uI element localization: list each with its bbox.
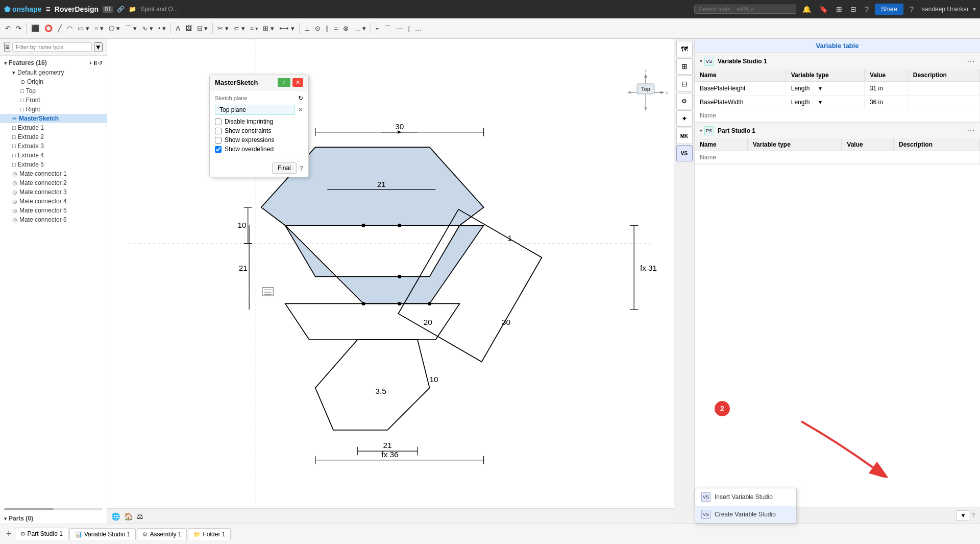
show-expressions-cb[interactable] (215, 137, 222, 144)
final-btn[interactable]: Final (272, 162, 297, 174)
circle-btn[interactable]: ⭕ (42, 23, 55, 34)
tree-item-default-geometry[interactable]: ▾ Default geometry (0, 68, 107, 77)
offset-btn[interactable]: ⊂ ▾ (232, 23, 247, 34)
notification-btn[interactable]: 🔔 (800, 4, 813, 14)
tree-item-extrude3[interactable]: □ Extrude 3 (0, 141, 107, 151)
disable-imprinting-cb[interactable] (215, 119, 222, 125)
canvas-area[interactable]: 30 21 10 21 20 30 21 (107, 39, 694, 524)
bookmark-btn[interactable]: 🔖 (817, 4, 830, 14)
tree-item-extrude4[interactable]: □ Extrude 4 (0, 151, 107, 160)
add-tab-btn[interactable]: + (4, 529, 14, 539)
arc2-btn[interactable]: ⌒ ▾ (123, 22, 139, 35)
3dgrid-btn[interactable]: ⊞ (676, 58, 693, 75)
plane-rotate-btn[interactable]: ↻ (298, 94, 303, 102)
arc-btn[interactable]: ◠ (65, 23, 75, 34)
trim-btn[interactable]: ✂ ▾ (215, 23, 231, 34)
mk-btn[interactable]: MK (676, 128, 693, 144)
redo-btn[interactable]: ↷ (14, 23, 23, 34)
insert-vs-dropdown-btn[interactable]: ▼ (957, 510, 969, 521)
tab-part-studio-1[interactable]: ⚙ Part Studio 1 (15, 528, 68, 540)
more-constraints-btn[interactable]: … ▾ (352, 23, 368, 34)
perp-btn[interactable]: ⌐ (374, 23, 382, 34)
insert-vs-help-btn[interactable]: ? (971, 512, 975, 519)
search-input[interactable] (694, 5, 796, 14)
help2-btn[interactable]: ? (908, 4, 916, 14)
show-constraints-row[interactable]: Show constraints (215, 127, 303, 134)
vs-btn[interactable]: VS (676, 145, 693, 161)
settings2-btn[interactable]: ⚙ (676, 93, 693, 109)
tab-variable-studio-1[interactable]: 📊 Variable Studio 1 (69, 528, 136, 540)
show-overdefined-cb[interactable] (215, 146, 222, 153)
dimension-btn[interactable]: ⟷ ▾ (277, 23, 297, 34)
row2-value[interactable]: 36 in (864, 96, 908, 109)
create-variable-studio-menuitem[interactable]: VS Create Variable Studio (695, 506, 796, 523)
pause-feature-btn[interactable]: ⏸ (92, 60, 98, 66)
table-row-new[interactable] (695, 109, 980, 122)
spline-btn[interactable]: ∿ ▾ (140, 23, 155, 34)
ps1-more-btn[interactable]: ⋯ (967, 126, 975, 135)
tree-item-matecon4[interactable]: ◎ Mate connector 4 (0, 197, 107, 206)
tang-btn[interactable]: ⌒ (382, 22, 393, 35)
tree-item-mastersketch[interactable]: ✏ MasterSketch (0, 114, 107, 123)
more-btn2[interactable]: … (413, 23, 424, 34)
rebuild-btn[interactable]: ↺ (98, 60, 103, 66)
new-name-input[interactable] (700, 112, 974, 119)
part-btn[interactable]: ⬛ (29, 23, 41, 34)
help-btn[interactable]: ? (863, 4, 871, 14)
row1-value[interactable]: 31 in (864, 82, 908, 96)
plane-close-x[interactable]: ✕ (298, 106, 303, 113)
row2-desc[interactable] (908, 96, 979, 109)
insert-variable-studio-menuitem[interactable]: VS Insert Variable Studio (695, 488, 796, 506)
tree-item-top[interactable]: □ Top (0, 86, 107, 96)
tree-item-matecon2[interactable]: ◎ Mate connector 2 (0, 178, 107, 187)
tree-item-extrude2[interactable]: □ Extrude 2 (0, 132, 107, 141)
tab-assembly-1[interactable]: ⚙ Assembly 1 (137, 528, 187, 540)
text-btn[interactable]: A (174, 23, 182, 34)
constraint-btn[interactable]: ⊥ (302, 23, 312, 34)
parallel-btn[interactable]: ∥ (324, 23, 331, 34)
circle2-btn[interactable]: ○ ▾ (92, 23, 106, 34)
dialog-ok-btn[interactable]: ✓ (278, 78, 290, 87)
tree-item-origin[interactable]: ⊙ Origin (0, 77, 107, 86)
show-expressions-row[interactable]: Show expressions (215, 136, 303, 144)
pattern-btn[interactable]: ⊞ ▾ (261, 23, 276, 34)
disable-imprinting-row[interactable]: Disable imprinting (215, 118, 303, 125)
tree-item-right[interactable]: □ Right (0, 105, 107, 114)
dialog-close-btn[interactable]: ✕ (292, 78, 303, 87)
mirror-btn[interactable]: ⌗ ▾ (248, 23, 260, 34)
ps1-new-name-input[interactable] (700, 154, 974, 161)
table-row[interactable]: BasePlateHeight Length Length ▾ 31 in (695, 82, 980, 96)
part-studio-1-header[interactable]: ▾ PS Part Studio 1 ⋯ (695, 123, 980, 138)
view-cube[interactable]: Y X Top (623, 69, 669, 115)
tree-item-matecon1[interactable]: ◎ Mate connector 1 (0, 169, 107, 178)
vs1-more-btn[interactable]: ⋯ (967, 56, 975, 66)
horz-btn[interactable]: — (394, 23, 405, 34)
grid-btn[interactable]: ⊟ (848, 4, 859, 14)
vert-btn[interactable]: | (406, 23, 411, 34)
filter-input[interactable] (12, 42, 92, 52)
table-row-new-ps[interactable] (695, 151, 980, 164)
new-row-cell[interactable] (695, 109, 980, 122)
image-btn[interactable]: 🖼 (183, 23, 194, 34)
tree-item-extrude5[interactable]: □ Extrude 5 (0, 160, 107, 169)
tree-item-matecon6[interactable]: ◎ Mate connector 6 (0, 215, 107, 224)
canvas-tool-3[interactable]: ⚖ (137, 512, 143, 521)
show-constraints-cb[interactable] (215, 128, 222, 134)
table-row[interactable]: BasePlateWidth Length Length ▾ 36 in (695, 96, 980, 109)
2dgrid-btn[interactable]: ⊟ (676, 76, 693, 92)
equal-btn[interactable]: = (332, 23, 340, 34)
variable-studio-1-header[interactable]: ▾ VS Variable Studio 1 ⋯ (695, 53, 980, 69)
menu-icon[interactable]: ≡ (45, 5, 50, 14)
sidebar-menu-btn[interactable]: ≡ (4, 42, 10, 52)
fixpoint-btn[interactable]: ⊗ (341, 23, 351, 34)
tree-item-matecon3[interactable]: ◎ Mate connector 3 (0, 187, 107, 197)
rect-btn[interactable]: ▭ ▾ (76, 23, 91, 34)
help-icon-btn[interactable]: ? (300, 164, 303, 172)
row1-desc[interactable] (908, 82, 979, 96)
apps-btn[interactable]: ⊞ (834, 4, 844, 14)
features-section[interactable]: ▾ Features (16) + ⏸ ↺ (0, 58, 107, 68)
undo-btn[interactable]: ↶ (3, 23, 13, 34)
point-btn[interactable]: • ▾ (156, 23, 168, 34)
parts-section[interactable]: ▾ Parts (0) (0, 513, 107, 524)
coincident-btn[interactable]: ⊙ (313, 23, 323, 34)
